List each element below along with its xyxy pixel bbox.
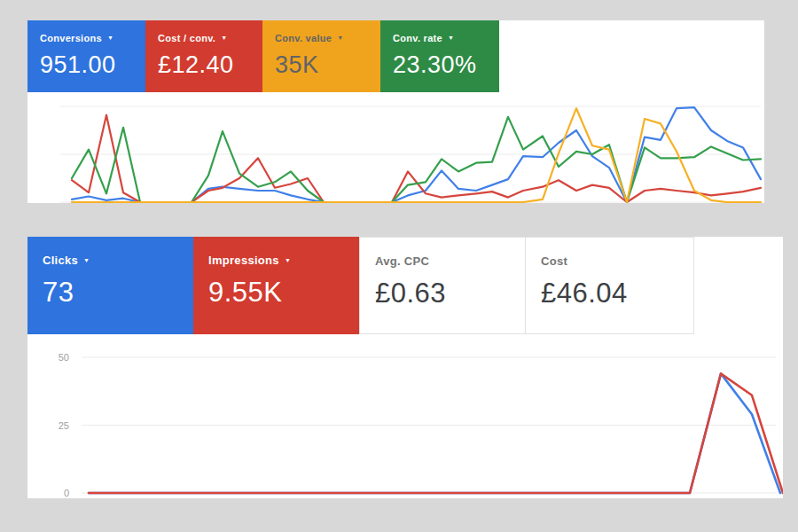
metric-label-text: Conversions	[40, 33, 102, 43]
series-line-impressions	[89, 373, 783, 493]
dropdown-caret-icon[interactable]: ▼	[221, 35, 227, 41]
metric-card-value: 951.00	[40, 51, 145, 79]
metric-card-value: 9.55K	[208, 277, 359, 309]
metric-card-clicks[interactable]: Clicks▼ 73	[27, 237, 193, 334]
metric-label-text: Conv. rate	[393, 33, 442, 43]
y-axis-tick-label: 50	[59, 352, 69, 363]
metric-card-label: Cost	[541, 254, 693, 268]
metric-card-label: Avg. CPC	[375, 254, 525, 268]
metric-card-value: £46.04	[541, 278, 693, 309]
metric-label-text: Impressions	[208, 254, 279, 267]
conversions-panel: Conversions▼ 951.00 Cost / conv.▼ £12.40…	[27, 20, 764, 203]
metric-card-value: £0.63	[375, 278, 525, 309]
metric-card-cost-per-conv[interactable]: Cost / conv.▼ £12.40	[145, 20, 262, 92]
series-line-conversions	[72, 107, 761, 202]
metric-card-impressions[interactable]: Impressions▼ 9.55K	[193, 237, 359, 334]
conversions-trend-line-chart	[27, 92, 764, 203]
series-line-clicks	[89, 373, 780, 493]
metric-card-label: Conversions▼	[40, 33, 145, 43]
metric-label-text: Conv. value	[275, 33, 332, 43]
metric-card-value: £12.40	[158, 51, 262, 79]
dropdown-caret-icon[interactable]: ▼	[83, 257, 90, 263]
y-axis-tick-label: 25	[59, 420, 69, 431]
dropdown-caret-icon[interactable]: ▼	[285, 257, 291, 263]
metric-card-value: 35K	[275, 51, 380, 79]
metric-card-cost[interactable]: Cost £46.04	[526, 237, 694, 334]
metric-card-value: 23.30%	[393, 51, 499, 79]
y-axis-tick-label: 0	[64, 488, 69, 498]
conversion-metric-cards-row: Conversions▼ 951.00 Cost / conv.▼ £12.40…	[27, 20, 499, 92]
metric-card-conv-value[interactable]: Conv. value▼ 35K	[262, 20, 380, 92]
ads-dashboard: Conversions▼ 951.00 Cost / conv.▼ £12.40…	[0, 0, 798, 532]
clicks-panel: Clicks▼ 73 Impressions▼ 9.55K Avg. CPC £…	[27, 237, 783, 498]
dropdown-caret-icon[interactable]: ▼	[107, 35, 113, 41]
metric-card-conv-rate[interactable]: Conv. rate▼ 23.30%	[380, 20, 499, 92]
metric-label-text: Cost / conv.	[158, 33, 215, 43]
dropdown-caret-icon[interactable]: ▼	[337, 35, 343, 41]
metric-card-label: Impressions▼	[208, 254, 359, 267]
dropdown-caret-icon[interactable]: ▼	[448, 35, 454, 41]
series-line-cost-conv	[72, 115, 761, 202]
metric-card-label: Conv. value▼	[275, 33, 380, 43]
traffic-metric-cards-row: Clicks▼ 73 Impressions▼ 9.55K Avg. CPC £…	[27, 237, 694, 334]
metric-card-value: 73	[43, 277, 193, 309]
metric-label-text: Clicks	[43, 254, 78, 267]
metric-card-label: Clicks▼	[43, 254, 193, 267]
metric-label-text: Avg. CPC	[375, 254, 429, 268]
metric-card-conversions[interactable]: Conversions▼ 951.00	[27, 20, 145, 92]
metric-card-label: Conv. rate▼	[393, 33, 499, 43]
clicks-impressions-line-chart: 02550	[27, 335, 783, 498]
metric-label-text: Cost	[541, 254, 567, 268]
metric-card-avg-cpc[interactable]: Avg. CPC £0.63	[359, 237, 526, 334]
metric-card-label: Cost / conv.▼	[158, 33, 262, 43]
